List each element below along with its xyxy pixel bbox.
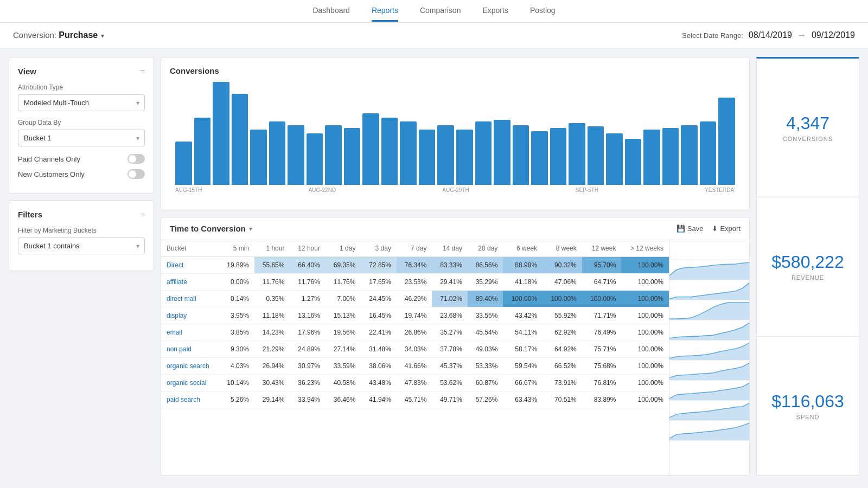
chart-label-4: YESTERDA' [705,187,735,193]
cell-7-11: 100.00% [621,375,669,391]
cell-4-5: 26.86% [397,324,432,341]
content-area: Conversions AUG-15TH AUG-22ND AUG-29TH S… [161,57,750,476]
cell-4-6: 35.27% [432,324,467,341]
cell-7-4: 43.48% [361,375,396,391]
main-layout: View − Attribution Type Modeled Multi-To… [0,48,868,484]
chart-bar-18 [513,125,529,185]
cell-4-7: 45.54% [468,324,503,341]
cell-0-4: 72.85% [361,257,396,274]
chart-bar-22 [588,126,604,185]
export-button[interactable]: ⬇ Export [712,224,741,233]
cell-6-8: 59.54% [503,358,542,375]
chart-bar-13 [419,130,436,185]
cell-6-3: 33.59% [326,358,361,375]
chart-bar-19 [531,131,548,185]
header-bar: Conversion: Purchase ▾ Select Date Range… [0,23,868,48]
cell-0-1: 55.65% [254,257,290,274]
chart-bar-21 [569,123,585,185]
save-icon: 💾 [676,224,685,233]
conversion-prefix: Conversion: [13,30,56,40]
chart-label-1: AUG-22ND [309,187,336,193]
cell-5-9: 64.92% [542,341,582,358]
table-title-dropdown-icon[interactable]: ▾ [249,225,252,233]
row-name-7[interactable]: organic social [161,375,219,391]
col-header-8: 28 day [468,240,503,257]
save-button[interactable]: 💾 Save [676,224,704,233]
filter-select-wrapper: Bucket 1 contains [18,237,145,254]
cell-5-4: 31.48% [361,341,396,358]
stat-label-conversions: CONVERSIONS [765,136,850,142]
chart-label-2: AUG-29TH [442,187,469,193]
cell-0-9: 90.32% [542,257,582,274]
cell-6-10: 75.68% [582,358,622,375]
top-navigation: Dashboard Reports Comparison Exports Pos… [0,0,868,23]
filter-bucket-group: Filter by Marketing Buckets Bucket 1 con… [18,227,145,254]
chart-bar-20 [550,128,567,185]
cell-5-10: 75.71% [582,341,622,358]
row-name-4[interactable]: email [161,324,219,341]
row-name-1[interactable]: affiliate [161,274,219,291]
paid-channels-toggle[interactable] [127,154,145,164]
row-name-0[interactable]: Direct [161,257,219,274]
stat-value-spend: $116,063 [765,391,850,412]
export-icon: ⬇ [712,224,718,233]
cell-7-6: 53.62% [432,375,467,391]
cell-1-1: 11.76% [254,274,290,291]
chart-bar-12 [400,121,417,185]
chart-bar-10 [362,113,379,185]
cell-1-2: 11.76% [290,274,325,291]
new-customers-toggle[interactable] [127,169,145,179]
nav-comparison[interactable]: Comparison [420,1,461,22]
cell-2-4: 24.45% [361,291,396,307]
cell-6-5: 41.66% [397,358,432,375]
row-name-2[interactable]: direct mail [161,291,219,307]
filters-panel-collapse[interactable]: − [140,209,145,219]
filter-bucket-select[interactable]: Bucket 1 contains [18,237,145,254]
stat-value-conversions: 4,347 [765,113,850,133]
save-label: Save [687,224,704,233]
cell-1-4: 17.65% [361,274,396,291]
col-header-10: 8 week [542,240,582,257]
cell-3-8: 43.42% [503,307,542,324]
cell-2-2: 1.27% [290,291,325,307]
nav-dashboard[interactable]: Dashboard [312,1,350,22]
conversion-value[interactable]: Purchase [59,30,98,40]
cell-1-8: 41.18% [503,274,542,291]
cell-3-6: 23.68% [432,307,467,324]
cell-7-9: 73.91% [542,375,582,391]
table-wrapper[interactable]: Bucket5 min1 hour12 hour1 day3 day7 day1… [161,240,669,475]
chart-bar-1 [194,118,211,185]
view-panel-header: View − [18,66,145,76]
cell-2-5: 46.29% [397,291,432,307]
group-data-select[interactable]: Bucket 1 [18,130,145,146]
mini-chart-row-3 [669,320,749,341]
date-start[interactable]: 08/14/2019 [749,30,792,40]
filters-panel-title: Filters [18,210,42,219]
table-title: Time to Conversion [170,224,246,233]
attribution-type-label: Attribution Type [18,84,145,91]
nav-postlog[interactable]: Postlog [530,1,556,22]
chart-label-0: AUG-15TH [175,187,202,193]
cell-1-0: 0.00% [219,274,254,291]
conversion-dropdown-arrow[interactable]: ▾ [101,32,104,40]
nav-reports[interactable]: Reports [372,1,398,22]
row-name-6[interactable]: organic search [161,358,219,375]
cell-2-6: 71.02% [432,291,467,307]
view-panel-collapse[interactable]: − [140,66,145,76]
table-row: Direct19.89%55.65%66.40%69.35%72.85%76.3… [161,257,669,274]
filters-panel: Filters − Filter by Marketing Buckets Bu… [9,200,154,271]
attribution-type-select[interactable]: Modeled Multi-Touch [18,94,145,111]
nav-exports[interactable]: Exports [482,1,508,22]
table-header: Bucket5 min1 hour12 hour1 day3 day7 day1… [161,240,669,257]
date-end[interactable]: 09/12/2019 [812,30,855,40]
col-header-5: 3 day [361,240,396,257]
mini-chart-row-5 [669,361,749,381]
group-data-group: Group Data By Bucket 1 [18,119,145,146]
row-name-3[interactable]: display [161,307,219,324]
date-arrow-icon: → [797,30,806,40]
cell-0-3: 69.35% [326,257,361,274]
row-name-5[interactable]: non paid [161,341,219,358]
row-name-8[interactable]: paid search [161,391,219,408]
mini-charts-panel [669,240,749,475]
col-header-12: > 12 weeks [621,240,669,257]
